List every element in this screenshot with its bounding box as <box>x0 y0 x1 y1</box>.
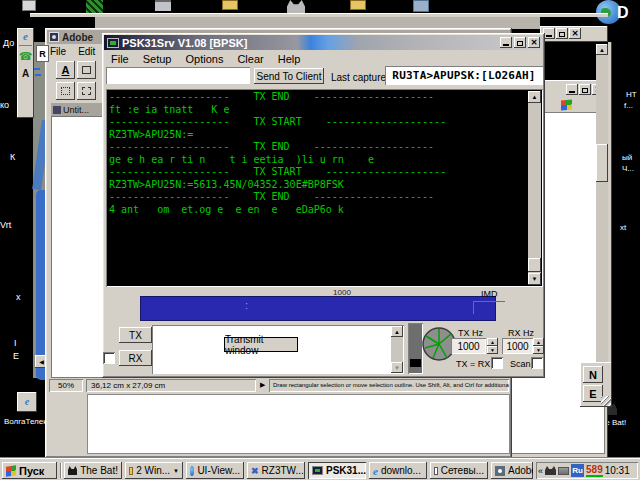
desktop-icon-label: Vrt <box>0 220 11 230</box>
taskbar-button-uiview[interactable]: UI-View... <box>186 462 244 479</box>
taskbar-button-thebat[interactable]: The Bat! <box>64 462 122 479</box>
send-to-client-button[interactable]: Send To Client <box>254 68 324 84</box>
psk31-window: PSK31Srv V1.08 [BPSK] ✕ File Setup Optio… <box>102 33 545 378</box>
waterfall-display[interactable]: : <box>140 296 496 321</box>
message-input[interactable] <box>106 67 250 84</box>
menu-item-edit[interactable]: Edit <box>78 46 95 57</box>
taskbar-button-adobe[interactable]: Adobe ... <box>491 462 533 479</box>
desktop-icon-label: f... <box>624 101 633 110</box>
globe-icon <box>190 466 194 476</box>
start-button[interactable]: Пуск <box>2 462 57 479</box>
scan-label: Scan <box>510 359 531 369</box>
minimize-button[interactable] <box>566 84 578 95</box>
maximize-button[interactable] <box>514 37 526 48</box>
minimize-button[interactable] <box>500 37 512 48</box>
desktop-icon-label: I <box>14 338 17 348</box>
canvas <box>51 116 103 378</box>
compass-n: N <box>583 366 603 383</box>
tray-bat-icon[interactable] <box>545 466 556 475</box>
tray-counter[interactable]: 589 <box>586 465 603 477</box>
terminal-line: -------------------- TX END ------------… <box>109 141 527 154</box>
rx-button[interactable]: RX <box>119 350 152 366</box>
taskbar-button-download[interactable]: e downlo... <box>369 462 427 479</box>
phone-icon[interactable]: ☎ <box>17 47 34 65</box>
folder-icon[interactable] <box>350 0 366 10</box>
menu-item-clear[interactable]: Clear <box>230 52 270 66</box>
menu-item-setup[interactable]: Setup <box>136 52 179 66</box>
document-titlebar[interactable]: Untit... <box>51 103 102 116</box>
tray-chevron[interactable]: « <box>538 466 543 476</box>
select-tool-button[interactable] <box>77 82 96 100</box>
scrollbar-vertical[interactable]: ▲ ▼ <box>528 91 541 285</box>
close-icon[interactable]: ✕ <box>528 37 540 48</box>
rx-hz-label: RX Hz <box>508 328 534 338</box>
background-window-fragment: N E <box>580 362 612 407</box>
ie-icon[interactable]: e <box>17 392 37 410</box>
desktop-icon-fragment[interactable] <box>155 0 171 11</box>
type-tool-button[interactable]: A <box>56 61 75 79</box>
menu-item-file[interactable]: File <box>104 52 136 66</box>
desktop-icon-fragment[interactable] <box>22 0 36 11</box>
scroll-down-icon[interactable]: ▼ <box>391 362 403 373</box>
zoom-level[interactable]: 50% <box>49 379 83 392</box>
tray-cards-icon[interactable] <box>558 467 569 475</box>
desktop-icon-label: НТ <box>626 90 637 99</box>
left-checkbox[interactable] <box>103 352 115 364</box>
resize-grip[interactable] <box>601 396 611 406</box>
desktop-icon-label: Ч... <box>622 164 634 173</box>
crop-tool-button[interactable] <box>77 61 96 79</box>
background-window-titlebar: ✕ <box>540 26 608 42</box>
tray-clock[interactable]: 10:31 <box>605 465 630 476</box>
tx-hz-spinner[interactable]: ▲ ▼ <box>487 338 498 354</box>
maximize-button[interactable] <box>579 84 591 95</box>
terminal-icon <box>312 466 323 475</box>
desktop-icon-label: ый <box>622 153 632 162</box>
language-indicator[interactable]: Ru <box>571 464 584 477</box>
status-arrow-icon: ▶ <box>260 381 265 389</box>
terminal-line: -------------------- TX START ----------… <box>109 116 527 129</box>
close-icon[interactable]: ✕ <box>569 28 581 39</box>
scan-checkbox[interactable] <box>531 357 543 369</box>
a-tool-icon[interactable]: A <box>17 65 34 81</box>
marquee-tool-button[interactable] <box>56 82 75 100</box>
photoshop-statusbar: 50% 36,12 cm x 27,09 cm ▶ Draw rectangul… <box>47 378 510 393</box>
menu-item-help[interactable]: Help <box>271 52 308 66</box>
spin-up-icon: ▲ <box>487 338 498 346</box>
desktop-icon-label: D <box>617 4 629 22</box>
terminal-line: -------------------- TX END ------------… <box>109 91 527 104</box>
tx-hz-input[interactable]: 1000 <box>451 338 486 354</box>
photoshop-icon <box>49 32 59 42</box>
taskbar-button-windows-group[interactable]: 2 Win... ▼ <box>125 462 183 479</box>
ie-icon[interactable]: e <box>17 28 34 44</box>
psk31-titlebar[interactable]: PSK31Srv V1.08 [BPSK] ✕ <box>104 35 543 50</box>
scrollbar-thumb[interactable] <box>596 144 608 182</box>
tx-eq-rx-checkbox[interactable] <box>491 357 503 369</box>
scroll-up-icon[interactable]: ▲ <box>391 326 403 337</box>
desktop-icon-fragment[interactable] <box>413 0 429 12</box>
menu-item-options[interactable]: Options <box>178 52 230 66</box>
background-fragment: R <box>36 45 49 62</box>
transmit-textarea[interactable]: Transmit window ▲ ▼ <box>152 325 404 374</box>
document-size: 36,12 cm x 27,09 cm <box>86 379 256 392</box>
tx-button[interactable]: TX <box>119 327 152 343</box>
receive-terminal[interactable]: -------------------- TX END ------------… <box>106 89 543 287</box>
scroll-up-icon[interactable]: ▲ <box>528 91 541 103</box>
scroll-up-icon[interactable]: ▲ <box>596 44 608 55</box>
menu-item-file[interactable]: File <box>50 46 66 57</box>
desktop-icon-fragment[interactable] <box>86 0 103 14</box>
rx-hz-spinner[interactable]: ▲ ▼ <box>533 338 544 354</box>
maximize-button[interactable] <box>556 28 568 39</box>
scrollbar-vertical[interactable]: ▲ ▼ <box>391 326 403 373</box>
desktop-icon-label: К <box>10 152 15 162</box>
scrollbar-thumb[interactable] <box>528 258 541 272</box>
scroll-down-icon[interactable]: ▼ <box>528 273 541 285</box>
scrollbar-vertical[interactable]: ▲ <box>596 44 608 392</box>
terminal-line: 4 ant om et.og e e en e eDaP6o k <box>109 204 527 217</box>
rx-hz-input[interactable]: 1000 <box>502 338 533 354</box>
desktop-icon-label: x <box>16 292 21 302</box>
taskbar-button-rz3tw[interactable]: ✖ RZ3TW... <box>247 462 305 479</box>
folder-icon[interactable] <box>222 0 238 10</box>
taskbar-button-psk31[interactable]: PSK31... <box>308 462 366 479</box>
taskbar-button-network[interactable]: Сетевы... <box>430 462 488 479</box>
desktop-icon-fragment[interactable] <box>287 0 305 13</box>
